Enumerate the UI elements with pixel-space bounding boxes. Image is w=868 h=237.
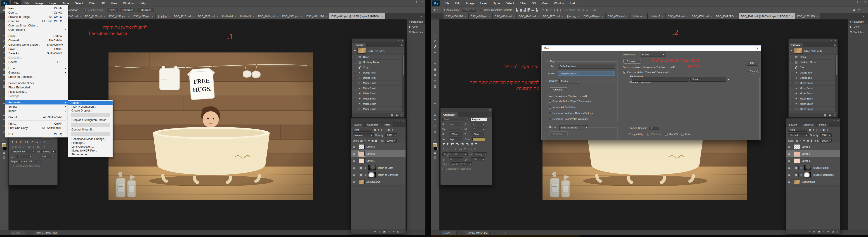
- close-tab-icon[interactable]: ×: [817, 15, 818, 18]
- destination-select[interactable]: Folder▾: [641, 52, 665, 57]
- visibility-eye-icon[interactable]: ◉: [788, 145, 792, 148]
- errors-select[interactable]: Stop for Errors▾: [559, 125, 588, 130]
- blend-mode-select[interactable]: Normal▾: [353, 134, 374, 137]
- compatibility-option[interactable]: Mac OS: [665, 133, 678, 136]
- menu-bar-item[interactable]: Image: [463, 0, 477, 7]
- filter-smart-object-icon[interactable]: ▣: [388, 128, 390, 131]
- panel-tab[interactable]: Layers: [351, 123, 365, 127]
- document-tab[interactable]: DSC_4108.JPG ×: [443, 13, 469, 19]
- close-tab-icon[interactable]: ×: [578, 15, 579, 18]
- history-source-checkbox[interactable]: [354, 71, 356, 74]
- history-step[interactable]: Mixer Brush: [789, 101, 837, 107]
- close-tab-icon[interactable]: ×: [686, 15, 687, 18]
- close-tab-icon[interactable]: ×: [326, 15, 327, 18]
- zoom-100-button[interactable]: 100%: [107, 8, 118, 12]
- filter-toggle-icon[interactable]: ●: [392, 128, 393, 131]
- automate-menu-item[interactable]: Create Droplet...: [68, 109, 113, 112]
- status-more-icon[interactable]: ›: [505, 232, 506, 234]
- automate-menu-item[interactable]: [71, 132, 110, 136]
- maximize-button[interactable]: ▢: [414, 1, 416, 3]
- panel-menu-icon[interactable]: ≡: [833, 43, 837, 47]
- visibility-eye-icon[interactable]: ◉: [788, 180, 792, 183]
- layer-style-icon[interactable]: fx: [813, 230, 815, 233]
- 3d-roll-icon[interactable]: ⊙: [582, 8, 584, 11]
- healing-brush-tool-icon[interactable]: ✚: [432, 55, 438, 61]
- automate-menu-item[interactable]: [71, 123, 110, 127]
- close-button[interactable]: ✕: [422, 1, 424, 3]
- path-selection-tool-icon[interactable]: ▲: [432, 112, 438, 117]
- close-tab-icon[interactable]: ×: [277, 15, 278, 18]
- lock-all-icon[interactable]: [811, 141, 812, 142]
- lock-pixels-icon[interactable]: ✎: [364, 139, 366, 142]
- new-snapshot-icon[interactable]: ◉: [829, 114, 831, 117]
- override-save-as-checkbox[interactable]: ✓: [623, 71, 626, 73]
- distribute-left-icon[interactable]: ∥: [554, 8, 555, 11]
- panel-tab[interactable]: Paths: [381, 123, 393, 127]
- file-menu-item[interactable]: Browse in Bridge... Alt+Ctrl+O: [5, 15, 68, 19]
- panel-menu-icon[interactable]: ≡: [399, 43, 404, 47]
- dock-color[interactable]: Color: [854, 25, 860, 28]
- automate-menu-item[interactable]: PDF Presentation...: [68, 105, 113, 109]
- document-tab[interactable]: DSC_4129.psd ×: [493, 13, 517, 19]
- filter-toggle-icon[interactable]: ●: [827, 128, 828, 131]
- status-more-icon[interactable]: ›: [74, 232, 75, 234]
- close-tab-icon[interactable]: ×: [562, 15, 563, 18]
- document-tab[interactable]: DSC_4541.JPG ×: [304, 13, 329, 19]
- new-document-from-state-icon[interactable]: ▦: [824, 114, 826, 117]
- zoom-level-field[interactable]: 16.67%: [440, 231, 457, 235]
- destination-choose-button[interactable]: Choose...: [623, 59, 641, 63]
- file-menu-item[interactable]: Import ▶: [5, 109, 68, 113]
- distribute-center-icon[interactable]: ∥: [557, 8, 558, 11]
- close-tab-icon[interactable]: ×: [152, 15, 153, 18]
- align-right-icon[interactable]: ▟: [524, 8, 526, 11]
- file-menu-item[interactable]: Generate ▶: [5, 70, 68, 75]
- document-tab[interactable]: DSC_4529.psd ×: [196, 13, 220, 19]
- close-tab-icon[interactable]: ×: [168, 15, 169, 18]
- history-step[interactable]: Dodge Tool: [789, 75, 837, 81]
- filter-adjustment-icon[interactable]: ◑: [812, 128, 814, 131]
- history-source-checkbox[interactable]: [354, 108, 356, 110]
- document-tab[interactable]: |||קט.jpg ×: [156, 13, 172, 19]
- close-tab-icon[interactable]: ×: [626, 15, 627, 18]
- history-step[interactable]: Mixer Brush: [352, 96, 404, 101]
- automate-menu-item[interactable]: Merge to HDR Pro...: [68, 149, 113, 152]
- auto-select-target[interactable]: Layer▾: [462, 8, 476, 12]
- scrubby-zoom-checkbox[interactable]: [83, 8, 86, 11]
- close-button[interactable]: ✕: [864, 1, 866, 3]
- move-tool-icon[interactable]: ✛: [432, 21, 438, 27]
- font-size-select[interactable]: 8 pt▾: [449, 123, 463, 126]
- naming-select[interactable]: None▾: [690, 77, 726, 82]
- visibility-eye-icon[interactable]: ◉: [788, 174, 792, 176]
- history-step[interactable]: Mixer Brush: [789, 86, 837, 91]
- menu-bar-item[interactable]: Edit: [452, 0, 463, 7]
- source-choose-button[interactable]: Choose...: [550, 87, 567, 92]
- screen-mode-icon[interactable]: ▤: [3, 156, 5, 159]
- document-tab[interactable]: DSC_4604.psd ×: [666, 13, 690, 19]
- quick-mask-icon[interactable]: ▣: [3, 151, 5, 154]
- panel-tab[interactable]: Layers: [786, 123, 800, 127]
- kashida-width-select[interactable]: 100▾: [40, 155, 55, 158]
- history-step[interactable]: Dodge Tool: [352, 70, 404, 75]
- distribute-top-icon[interactable]: ≣: [542, 8, 544, 11]
- compatibility-option[interactable]: ✓ Windows: [647, 133, 661, 136]
- search-icon[interactable]: [852, 9, 855, 11]
- tracking-select[interactable]: 10▾: [471, 127, 485, 131]
- errors-save-as-button[interactable]: Save As...: [550, 131, 567, 136]
- history-step[interactable]: Mixer Brush: [789, 81, 837, 86]
- fill-field[interactable]: 100%▾: [820, 139, 832, 143]
- link-layers-icon[interactable]: ∞: [374, 230, 376, 233]
- new-group-icon[interactable]: ▱: [827, 230, 829, 233]
- delete-layer-icon[interactable]: ▯: [837, 230, 838, 233]
- close-tab-icon[interactable]: ×: [537, 15, 539, 18]
- text-color-swatch[interactable]: [472, 138, 485, 141]
- quick-mask-icon[interactable]: ▣: [434, 151, 436, 154]
- menu-bar-item[interactable]: Type: [491, 0, 503, 7]
- lock-artboard-icon[interactable]: ▣: [807, 139, 809, 142]
- screen-mode-icon[interactable]: ▤: [434, 156, 436, 159]
- minimize-button[interactable]: —: [850, 1, 852, 3]
- align-top-icon[interactable]: ▛: [528, 8, 530, 11]
- layer-thumbnail[interactable]: [359, 144, 365, 149]
- close-tab-icon[interactable]: ×: [217, 15, 218, 18]
- menu-bar-item[interactable]: Window: [551, 0, 567, 7]
- crop-tool-icon[interactable]: ▞: [432, 44, 438, 50]
